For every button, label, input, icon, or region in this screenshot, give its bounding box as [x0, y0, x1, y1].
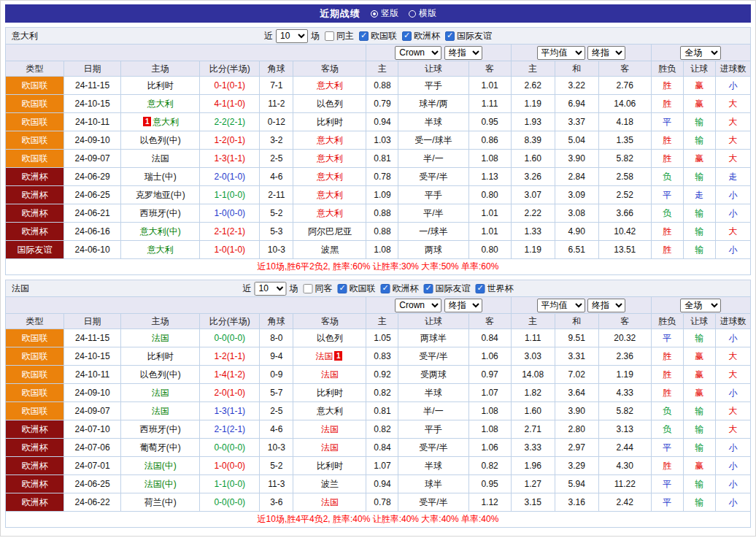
- view-option-label: 竖版: [381, 7, 398, 20]
- average-odds-select[interactable]: 平均值: [537, 46, 585, 60]
- match-date: 24-07-01: [64, 457, 121, 475]
- euro-away-odds: 4.33: [598, 384, 651, 402]
- column-header: 客: [598, 314, 651, 329]
- same-venue-filter[interactable]: 同客: [304, 283, 333, 295]
- asian-handicap: 平手: [398, 186, 468, 204]
- competition-filter-1[interactable]: 欧洲杯: [402, 30, 440, 42]
- asian-handicap: 半/一: [398, 150, 468, 168]
- asian-final-odds-select[interactable]: 终指: [444, 46, 482, 60]
- home-team-cell[interactable]: 意大利(中): [121, 223, 200, 241]
- competition-filter-1[interactable]: 欧洲杯: [381, 283, 419, 295]
- away-team-cell[interactable]: 意大利: [293, 150, 366, 168]
- away-team-cell[interactable]: 法国: [293, 366, 366, 384]
- column-header: 主场: [121, 314, 200, 329]
- away-team-cell[interactable]: 波兰: [293, 475, 366, 493]
- result-cell: 胜: [651, 150, 683, 168]
- competition-filter-2[interactable]: 国际友谊: [445, 30, 492, 42]
- home-team-cell[interactable]: 以色列(中): [121, 131, 200, 150]
- view-option-1[interactable]: 横版: [409, 7, 436, 20]
- score-cell: 0-0(0-0): [200, 493, 260, 512]
- home-team-cell[interactable]: 1意大利: [121, 113, 200, 131]
- asian-home-odds: 1.09: [366, 186, 398, 204]
- average-odds-select[interactable]: 平均值: [537, 299, 585, 312]
- odds-selector-row: Crown 终指 平均值 终指 全场: [6, 297, 751, 314]
- home-team-cell[interactable]: 葡萄牙(中): [121, 439, 200, 457]
- away-team-cell[interactable]: 法国: [293, 439, 366, 457]
- euro-away-odds: 10.42: [598, 223, 651, 241]
- bookmaker-select[interactable]: Crown: [395, 46, 441, 60]
- asian-final-odds-select[interactable]: 终指: [444, 299, 482, 312]
- competition-filter-0[interactable]: 欧国联: [359, 30, 397, 42]
- away-team-cell[interactable]: 比利时: [293, 384, 366, 402]
- euro-final-odds-select[interactable]: 终指: [587, 46, 625, 60]
- result-cell: 胜: [651, 241, 683, 259]
- result-cell: 平: [651, 329, 683, 347]
- competition-filter-2[interactable]: 国际友谊: [424, 283, 471, 295]
- competition-filter-0[interactable]: 欧国联: [338, 283, 376, 295]
- home-team-cell[interactable]: 西班牙(中): [121, 204, 200, 223]
- euro-home-odds: 1.96: [511, 457, 555, 475]
- asian-odds-selectors: Crown 终指: [366, 297, 511, 314]
- fulltime-select[interactable]: 全场: [680, 299, 721, 312]
- away-team-cell[interactable]: 以色列: [293, 95, 366, 113]
- away-team-cell[interactable]: 意大利: [293, 402, 366, 420]
- competition-filter-3[interactable]: 世界杯: [476, 283, 514, 295]
- home-team-cell[interactable]: 法国(中): [121, 475, 200, 493]
- asian-away-odds: 0.84: [468, 329, 511, 347]
- match-count-select[interactable]: 10: [276, 29, 308, 43]
- away-team-cell[interactable]: 意大利: [293, 186, 366, 204]
- home-team-cell[interactable]: 法国: [121, 384, 200, 402]
- euro-final-odds-select[interactable]: 终指: [587, 299, 625, 312]
- radio-icon: [409, 10, 416, 18]
- away-team-cell[interactable]: 意大利: [293, 77, 366, 95]
- home-team-cell[interactable]: 法国: [121, 329, 200, 347]
- home-team-cell[interactable]: 以色列(中): [121, 366, 200, 384]
- away-team-cell[interactable]: 以色列: [293, 329, 366, 347]
- score-cell: 1-4(1-2): [200, 366, 260, 384]
- match-row: 欧国联 24-09-10 以色列(中) 1-2(0-1) 3-2 意大利 1.0…: [6, 131, 751, 150]
- away-team-cell[interactable]: 意大利: [293, 204, 366, 223]
- home-team-name: 西班牙(中): [140, 208, 181, 218]
- home-team-cell[interactable]: 法国: [121, 150, 200, 168]
- away-team-cell[interactable]: 意大利: [293, 131, 366, 150]
- away-team-cell[interactable]: 法国: [293, 493, 366, 512]
- home-team-cell[interactable]: 荷兰(中): [121, 493, 200, 512]
- column-header: 主: [511, 314, 555, 329]
- home-team-cell[interactable]: 比利时: [121, 347, 200, 366]
- away-team-cell[interactable]: 法国1: [293, 347, 366, 366]
- fulltime-select[interactable]: 全场: [680, 46, 721, 60]
- away-team-cell[interactable]: 阿尔巴尼亚: [293, 223, 366, 241]
- match-row: 欧洲杯 24-06-25 克罗地亚(中) 1-1(0-0) 2-11 意大利 1…: [6, 186, 751, 204]
- home-team-cell[interactable]: 比利时: [121, 77, 200, 95]
- handicap-result-cell: 走: [683, 186, 715, 204]
- home-team-cell[interactable]: 意大利: [121, 241, 200, 259]
- home-team-cell[interactable]: 法国: [121, 402, 200, 420]
- away-team-cell[interactable]: 波黑: [293, 241, 366, 259]
- column-header: 主场: [121, 61, 200, 77]
- same-venue-filter[interactable]: 同主: [325, 30, 354, 42]
- column-header: 胜负: [651, 61, 683, 77]
- home-team-name: 以色列(中): [140, 369, 181, 380]
- column-header: 类型: [6, 314, 64, 329]
- euro-away-odds: 2.44: [598, 439, 651, 457]
- home-team-cell[interactable]: 法国(中): [121, 457, 200, 475]
- match-count-select[interactable]: 10: [255, 282, 287, 296]
- asian-handicap: 受平/半: [398, 439, 468, 457]
- home-team-cell[interactable]: 瑞士(中): [121, 168, 200, 186]
- bookmaker-select[interactable]: Crown: [395, 299, 441, 312]
- away-team-cell[interactable]: 法国: [293, 420, 366, 439]
- home-team-cell[interactable]: 西班牙(中): [121, 420, 200, 439]
- away-team-cell[interactable]: 比利时: [293, 457, 366, 475]
- match-row: 欧国联 24-10-11 1意大利 2-2(2-1) 0-12 比利时 0.94…: [6, 113, 751, 131]
- checkbox-icon: [338, 284, 347, 293]
- home-team-cell[interactable]: 意大利: [121, 95, 200, 113]
- away-team-cell[interactable]: 意大利: [293, 168, 366, 186]
- view-option-0[interactable]: 竖版: [371, 7, 398, 20]
- competition-badge: 欧洲杯: [6, 204, 64, 223]
- home-team-cell[interactable]: 克罗地亚(中): [121, 186, 200, 204]
- match-row: 国际友谊 24-06-10 意大利 1-0(1-0) 10-3 波黑 1.08 …: [6, 241, 751, 259]
- score-cell: 1-3(1-1): [200, 150, 260, 168]
- away-team-name: 意大利: [317, 406, 343, 416]
- away-team-cell[interactable]: 比利时: [293, 113, 366, 131]
- away-team-name: 比利时: [317, 388, 343, 398]
